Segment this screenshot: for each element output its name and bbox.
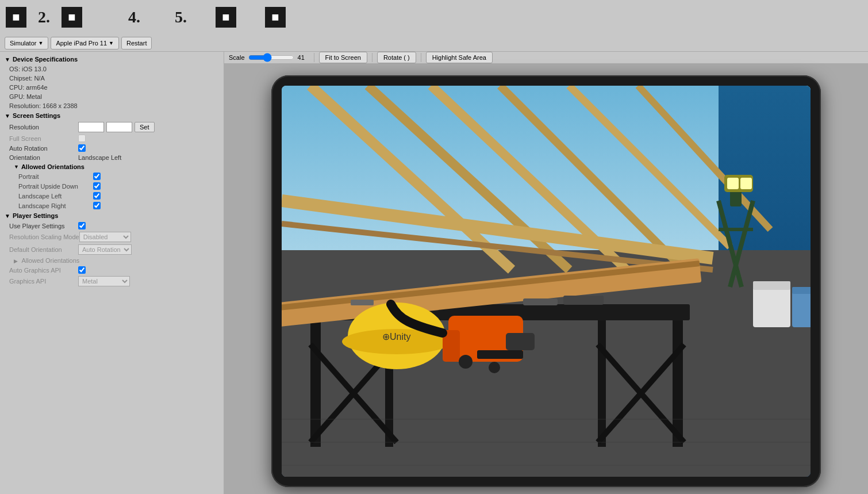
toolbar-icon-6[interactable]: ■ [216,7,236,28]
highlight-safe-area-button[interactable]: Highlight Safe Area [426,52,493,63]
toolbar-divider-1 [314,53,314,62]
toolbar-divider-2 [372,53,372,62]
auto-graphics-api-row: Auto Graphics API [0,265,224,275]
device-arrow: ▼ [109,40,114,46]
svg-text:⊕Unity: ⊕Unity [382,332,410,342]
svg-rect-40 [563,296,604,305]
default-orientation-row: Default Orientation Auto Rotation [0,243,224,256]
player-settings-header[interactable]: ▼ Player Settings [0,210,224,221]
scene: ⊕Unity [282,86,811,477]
svg-rect-24 [506,333,535,350]
portrait-row: Portrait [0,171,224,181]
device-specs-header[interactable]: ▼ Device Specifications [0,54,224,64]
toolbar-num-2: 2. [38,9,50,25]
svg-point-26 [459,355,473,369]
scale-label: Scale [229,54,245,61]
toolbar-icon-7[interactable]: ■ [265,7,286,28]
use-player-settings-row: Use Player Settings [0,221,224,231]
device-dropdown[interactable]: Apple iPad Pro 11 ▼ [51,37,119,49]
allowed-orient-triangle: ▼ [14,164,19,170]
svg-rect-36 [753,281,790,290]
landscape-right-checkbox[interactable] [93,202,101,209]
cpu-row: CPU: arm64e [0,83,224,92]
main-area: Simulator ▼ Apple iPad Pro 11 ▼ Restart … [0,35,868,494]
gpu-row: GPU: Metal [0,92,224,101]
sim-toolbar: Scale 41 Fit to Screen Rotate ( ) Highli… [224,52,868,64]
graphics-api-select[interactable]: Metal [78,276,130,286]
landscape-left-checkbox[interactable] [93,192,101,200]
svg-line-4 [569,86,730,247]
toolbar-num-4: 4. [128,9,140,25]
resolution-scaling-select[interactable]: Disabled [79,232,131,242]
svg-point-27 [489,362,500,373]
device-toolbar: Simulator ▼ Apple iPad Pro 11 ▼ Restart [0,35,868,52]
landscape-right-row: Landscape Right [0,201,224,210]
toolbar-icon-3[interactable]: ■ [62,7,82,28]
svg-line-0 [310,86,512,270]
allowed-orientations-header[interactable]: ▼ Allowed Orientations [0,162,224,171]
resolution-spec-row: Resolution: 1668 x 2388 [0,101,224,110]
fullscreen-checkbox[interactable] [78,135,86,142]
resolution-inputs: 2388 1668 Set [78,122,155,132]
set-resolution-button[interactable]: Set [135,122,155,132]
screen-settings-triangle: ▼ [5,113,10,119]
resolution-row: Resolution 2388 1668 Set [0,121,224,133]
chipset-row: Chipset: N/A [0,74,224,83]
svg-rect-9 [310,320,321,447]
svg-rect-38 [792,287,811,294]
left-panel: ▼ Device Specifications OS: iOS 13.0 Chi… [0,52,224,494]
device-screen: ⊕Unity [282,86,811,477]
fullscreen-checkbox-wrap [78,135,86,142]
auto-graphics-checkbox[interactable] [78,266,86,274]
rotate-button[interactable]: Rotate ( ) [377,52,416,63]
portrait-checkbox[interactable] [93,173,101,180]
svg-rect-11 [598,320,606,447]
portrait-upsidedown-checkbox[interactable] [93,182,101,190]
restart-button[interactable]: Restart [121,37,152,49]
content-row: ▼ Device Specifications OS: iOS 13.0 Chi… [0,52,868,494]
fullscreen-row: Full Screen [0,133,224,143]
os-row: OS: iOS 13.0 [0,64,224,74]
autorotation-row: Auto Rotation [0,143,224,153]
top-toolbar: ■ 2. ■ 4. 5. ■ ■ [0,0,868,35]
graphics-api-row: Graphics API Metal [0,275,224,288]
graphics-api-dropdown-wrap: Metal [78,276,130,286]
toolbar-num-5: 5. [175,9,187,25]
svg-rect-33 [727,178,739,189]
svg-line-29 [730,201,753,287]
svg-rect-41 [351,300,374,305]
orientation-row: Orientation Landscape Left [0,153,224,162]
autorotation-checkbox[interactable] [78,144,86,152]
scene-svg: ⊕Unity [282,86,811,477]
player-allowed-orient-label: ▶ Allowed Orientations [9,257,79,264]
simulator-dropdown[interactable]: Simulator ▼ [5,37,48,49]
default-orientation-dropdown-wrap: Auto Rotation [78,244,132,255]
resolution-scaling-dropdown-wrap: Disabled [79,232,131,242]
sim-content: ⊕Unity [224,64,868,494]
svg-rect-34 [740,178,752,189]
portrait-upsidedown-row: Portrait Upside Down [0,181,224,191]
toolbar-divider-3 [421,53,421,62]
landscape-left-row: Landscape Left [0,191,224,201]
toolbar-icon-1[interactable]: ■ [6,7,26,28]
autorotation-checkbox-wrap [78,144,86,152]
svg-rect-39 [523,298,558,305]
resolution-width-input[interactable]: 2388 [78,122,104,132]
device-specs-triangle: ▼ [5,56,10,63]
simulator-arrow: ▼ [38,40,43,46]
fit-to-screen-button[interactable]: Fit to Screen [319,52,367,63]
use-player-settings-checkbox[interactable] [78,222,86,229]
scale-value: 41 [298,54,309,61]
svg-rect-25 [477,350,523,359]
auto-graphics-checkbox-wrap [78,266,86,274]
screen-settings-header[interactable]: ▼ Screen Settings [0,110,224,121]
use-player-settings-checkbox-wrap [78,222,86,229]
default-orientation-select[interactable]: Auto Rotation [78,244,132,255]
resolution-scaling-row: Resolution Scaling Mode Disabled [0,231,224,243]
scale-slider[interactable] [248,53,294,62]
right-panel: Scale 41 Fit to Screen Rotate ( ) Highli… [224,52,868,494]
player-allowed-orient-row: ▶ Allowed Orientations [0,256,224,265]
player-settings-triangle: ▼ [5,213,10,219]
device-frame: ⊕Unity [271,75,821,487]
resolution-height-input[interactable]: 1668 [106,122,132,132]
